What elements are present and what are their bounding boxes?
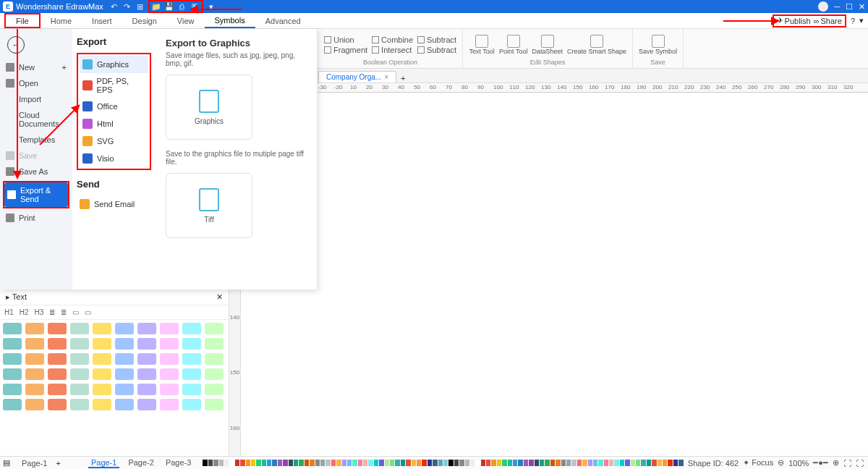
new-tab-icon[interactable]: ⊞ xyxy=(135,1,145,12)
plus-icon[interactable]: + xyxy=(62,63,67,72)
shape-thumbnail[interactable] xyxy=(115,399,134,410)
color-swatch[interactable] xyxy=(486,460,490,466)
h1-button[interactable]: H1 xyxy=(4,308,14,316)
shape-thumbnail[interactable] xyxy=(160,384,179,395)
color-swatch[interactable] xyxy=(491,460,495,466)
share-button[interactable]: ∞ Share xyxy=(814,17,842,25)
shape-thumbnail[interactable] xyxy=(160,353,179,365)
color-swatch[interactable] xyxy=(561,460,566,466)
shape-thumbnail[interactable] xyxy=(48,384,67,395)
color-swatch[interactable] xyxy=(203,460,207,466)
subtract-button[interactable]: Subtract xyxy=(417,35,456,44)
color-swatch[interactable] xyxy=(465,460,469,466)
color-swatch[interactable] xyxy=(556,460,560,466)
color-swatch[interactable] xyxy=(422,460,426,466)
shape-thumbnail[interactable] xyxy=(25,368,44,380)
file-new[interactable]: New+ xyxy=(0,59,72,75)
color-swatch[interactable] xyxy=(535,460,539,466)
shape-thumbnail[interactable] xyxy=(137,399,156,410)
color-swatch[interactable] xyxy=(652,460,656,466)
shape-thumbnail[interactable] xyxy=(205,338,224,350)
publish-button[interactable]: ✈ Publish xyxy=(777,16,811,25)
shape-thumbnail[interactable] xyxy=(3,338,22,350)
shape-thumbnail[interactable] xyxy=(25,399,44,410)
shape-thumbnail[interactable] xyxy=(160,368,179,380)
color-swatch[interactable] xyxy=(631,460,635,466)
shape-thumbnail[interactable] xyxy=(93,368,111,380)
color-swatch[interactable] xyxy=(278,460,282,466)
point-tool-button[interactable]: Point Tool xyxy=(499,35,527,55)
color-swatch[interactable] xyxy=(470,460,475,466)
color-swatch[interactable] xyxy=(668,460,672,466)
save-symbol-button[interactable]: Save Symbol xyxy=(639,35,677,55)
h2-button[interactable]: H2 xyxy=(20,308,29,316)
shape-thumbnail[interactable] xyxy=(93,353,111,365)
shape-thumbnail[interactable] xyxy=(182,384,201,395)
save-icon[interactable]: 💾 xyxy=(164,1,174,12)
color-swatch[interactable] xyxy=(588,460,592,466)
shape-thumbnail[interactable] xyxy=(3,384,22,395)
tab-advanced[interactable]: Advanced xyxy=(255,13,311,28)
tab-insert[interactable]: Insert xyxy=(82,13,122,28)
ribbon-collapse-icon[interactable]: ▾ xyxy=(859,16,864,25)
color-swatch[interactable] xyxy=(358,460,362,466)
color-swatch[interactable] xyxy=(256,460,260,466)
color-swatch[interactable] xyxy=(224,460,229,466)
shape-thumbnail[interactable] xyxy=(182,399,201,410)
color-swatch[interactable] xyxy=(443,460,448,466)
fragment-button[interactable]: Fragment xyxy=(324,46,367,54)
create-smart-shape-button[interactable]: Create Smart Shape xyxy=(567,35,626,55)
color-swatch[interactable] xyxy=(625,460,629,466)
combine-button[interactable]: Combine xyxy=(372,35,413,44)
color-swatch[interactable] xyxy=(412,460,416,466)
color-swatch[interactable] xyxy=(342,460,346,466)
export-card-graphics[interactable]: Graphics xyxy=(166,75,252,140)
page-tab-1[interactable]: Page-1 xyxy=(88,458,119,468)
shape-thumbnail[interactable] xyxy=(93,323,111,334)
color-swatch[interactable] xyxy=(481,460,485,466)
shape-thumbnail[interactable] xyxy=(205,323,224,334)
color-swatch[interactable] xyxy=(368,460,373,466)
close-doc-icon[interactable]: × xyxy=(384,73,388,81)
page-tab-3[interactable]: Page-3 xyxy=(163,458,194,468)
text-frame-icon[interactable]: ▭ xyxy=(72,308,79,316)
shape-thumbnail[interactable] xyxy=(93,399,111,410)
shape-thumbnail[interactable] xyxy=(160,323,179,334)
print-icon[interactable]: ⎙ xyxy=(177,1,187,12)
color-swatch[interactable] xyxy=(609,460,613,466)
export-graphics[interactable]: Graphics xyxy=(80,56,148,73)
shape-thumbnail[interactable] xyxy=(3,399,22,410)
color-swatch[interactable] xyxy=(229,460,234,466)
shape-thumbnail[interactable] xyxy=(182,323,201,334)
color-swatch[interactable] xyxy=(267,460,271,466)
color-swatch[interactable] xyxy=(406,460,410,466)
shape-thumbnail[interactable] xyxy=(115,353,134,365)
color-swatch[interactable] xyxy=(213,460,218,466)
undo-icon[interactable]: ↶ xyxy=(109,1,119,12)
page-tab-2[interactable]: Page-2 xyxy=(125,458,156,468)
color-swatch[interactable] xyxy=(502,460,506,466)
shape-thumbnail[interactable] xyxy=(205,399,224,410)
color-swatch[interactable] xyxy=(658,460,662,466)
shape-thumbnail[interactable] xyxy=(205,384,224,395)
file-saveas[interactable]: Save As xyxy=(0,164,72,179)
shape-thumbnail[interactable] xyxy=(25,323,44,334)
color-swatch[interactable] xyxy=(678,460,683,466)
color-swatch[interactable] xyxy=(545,460,549,466)
shape-thumbnail[interactable] xyxy=(70,353,89,365)
shape-thumbnail[interactable] xyxy=(182,368,201,380)
tab-file[interactable]: File xyxy=(4,13,41,28)
color-swatch[interactable] xyxy=(647,460,651,466)
export-card-tiff[interactable]: Tiff xyxy=(166,173,252,238)
close-icon[interactable]: ✕ xyxy=(859,2,865,12)
color-swatch[interactable] xyxy=(641,460,645,466)
color-swatch[interactable] xyxy=(448,460,453,466)
color-swatch[interactable] xyxy=(315,460,320,466)
text-panel-header[interactable]: ▸ Text ✕ xyxy=(0,290,229,305)
color-swatch[interactable] xyxy=(433,460,437,466)
text-tool-button[interactable]: Text Tool xyxy=(469,35,495,55)
color-swatch[interactable] xyxy=(385,460,389,466)
shape-thumbnail[interactable] xyxy=(48,399,67,410)
union-button[interactable]: Union xyxy=(324,35,367,44)
intersect-button[interactable]: Intersect xyxy=(372,46,413,54)
